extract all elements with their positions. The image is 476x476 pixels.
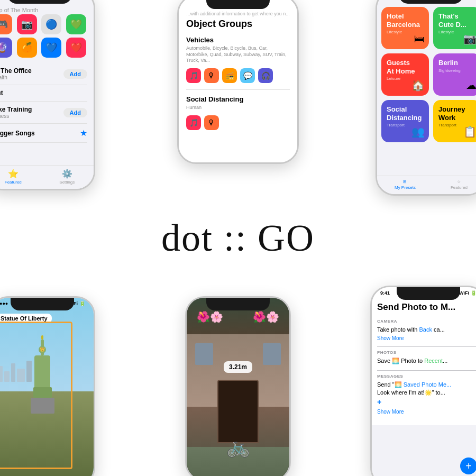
tile-berlin-sub: Sightseeing: [438, 68, 475, 73]
og-section-sd-desc: Human: [186, 105, 290, 111]
og-icon-v1[interactable]: 🎵: [186, 68, 201, 83]
sp-label-camera: CAMERA: [377, 319, 476, 324]
fab-add-button[interactable]: +: [460, 457, 476, 474]
featured-label-tr: Featured: [451, 185, 468, 190]
appstore-header: App of The Month: [0, 7, 87, 13]
phone-notch-tr: [399, 0, 463, 4]
phone-bottom-center: 🌺🌸 🌺🌸 🚲 3.21m: [185, 296, 291, 476]
og-icons-vehicles: 🎵 🎙 📻 💬 🎧: [186, 68, 290, 83]
wifi-br: WiFi: [459, 290, 469, 296]
add-button-1[interactable]: Add: [63, 69, 87, 79]
tile-hotel-barcelona-title: HotelBarcelona: [387, 12, 424, 29]
presets-icon: ⊞: [403, 179, 407, 184]
tab-featured-label: Featured: [5, 180, 22, 185]
sp-action-messages: Send "🌅 Saved Photo Me...Look where I'm …: [377, 381, 476, 407]
tab-settings[interactable]: ⚙️ Settings: [59, 169, 75, 185]
people-icon: 👥: [411, 125, 425, 138]
app-icon-8[interactable]: ❤️: [66, 38, 86, 58]
phone-bottom-left: ●●● WiFi 🔋 👑: [0, 296, 95, 476]
settings-icon: ⚙️: [62, 169, 72, 179]
sp-section-camera: CAMERA Take photo with Back ca... Show M…: [377, 319, 476, 341]
og-icon-sd1[interactable]: 🎵: [186, 115, 201, 130]
tile-journey[interactable]: JourneyWork Transport 📋: [433, 100, 476, 142]
phone-notch-br: [397, 287, 460, 300]
og-section-vehicles-desc: Automobile, Bicycle, Bicycle, Bus, Car, …: [186, 45, 290, 64]
og-section-sd: Social Distancing: [186, 95, 290, 103]
sp-divider-1: [377, 346, 476, 347]
back-link[interactable]: Back: [419, 326, 432, 333]
phone-bottom-right: 9:41 ●●● WiFi 🔋 Send Photo to M... CAMER…: [370, 286, 476, 476]
sp-action-photos: Save 🌅 Photo to Recent...: [377, 357, 476, 365]
og-screen: ...with additional information to get wh…: [179, 0, 297, 144]
tile-hotel-barcelona[interactable]: HotelBarcelona Lifestyle 🛏: [381, 7, 429, 49]
featured-icon: ⭐: [8, 169, 19, 179]
tab-featured-tr[interactable]: ☆ Featured: [451, 179, 468, 190]
phone-notch-bc: [206, 298, 270, 310]
tile-berlin[interactable]: Berlin Sightseeing ☁: [433, 53, 476, 96]
app-icon-1[interactable]: 🎮: [0, 14, 12, 34]
recent-link[interactable]: Recent: [424, 358, 443, 364]
liberty-bbox: [0, 322, 72, 469]
plus-link[interactable]: +: [377, 398, 381, 406]
og-icon-sd2[interactable]: 🎙: [204, 115, 219, 130]
app-row-4: Trigger Songs ★: [0, 124, 87, 143]
fab-plus-icon: +: [465, 460, 472, 472]
shortcut-grid: HotelBarcelona Lifestyle 🛏 That'sCute D.…: [381, 7, 476, 142]
app-icon-5[interactable]: 🔮: [0, 38, 12, 58]
brand-text: dot :: GO: [161, 216, 315, 260]
og-icon-v2[interactable]: 🎙: [204, 68, 219, 83]
saved-photo-link[interactable]: 🌅 Saved Photo Me...: [395, 381, 452, 388]
tile-social-dist[interactable]: SocialDistancing Transport 👥: [381, 100, 429, 142]
sp-title: Send Photo to M...: [377, 302, 476, 313]
app-icon-2[interactable]: 📷: [17, 14, 37, 34]
phone-screen-bc: 🌺🌸 🌺🌸 🚲 3.21m: [187, 298, 289, 476]
tile-guests[interactable]: GuestsAt Home Leisure 🏠: [381, 53, 429, 96]
hotel-icon: 🛏: [414, 33, 425, 45]
phone-screen-bl: ●●● WiFi 🔋 👑: [0, 298, 94, 476]
cloud-icon: ☁: [466, 79, 476, 91]
shortcuts-tabs: ⊞ My Presets ☆ Featured: [377, 176, 476, 190]
tab-settings-label: Settings: [59, 180, 75, 185]
add-button-3[interactable]: Add: [63, 108, 87, 117]
app-icons-grid: 🎮 📷 🔵 💚 🔮 🍊 💙 ❤️: [0, 14, 87, 58]
sp-divider-2: [377, 370, 476, 371]
phone-screen-tl: App of The Month 🎮 📷 🔵 💚 🔮 🍊 💙 ❤️ At The…: [0, 0, 94, 189]
tile-guests-title: GuestsAt Home: [387, 59, 424, 75]
app-cat-1: Health: [0, 75, 63, 80]
tab-featured[interactable]: ⭐ Featured: [5, 169, 22, 185]
sp-show-more-messages[interactable]: Show More: [377, 409, 476, 415]
center-brand: dot :: GO: [161, 216, 315, 260]
flowers-right: 🌺🌸: [253, 310, 279, 323]
tile-social-dist-title: SocialDistancing: [387, 105, 424, 122]
sp-label-photos: PHOTOS: [377, 350, 476, 355]
time-br: 9:41: [380, 290, 390, 296]
phone-top-center: ...with additional information to get wh…: [177, 0, 299, 164]
star-icon: ★: [80, 128, 87, 138]
app-name-1: At The Office: [0, 67, 63, 75]
shortcuts-screen: HotelBarcelona Lifestyle 🛏 That'sCute D.…: [377, 0, 476, 147]
photo-emoji: 🌅: [392, 358, 399, 364]
og-icon-v5[interactable]: 🎧: [258, 68, 273, 83]
og-icons-sd: 🎵 🎙: [186, 115, 290, 130]
app-name-4: Trigger Songs: [0, 130, 80, 137]
app-icon-7[interactable]: 💙: [41, 38, 61, 58]
app-cat-3: Fitness: [0, 113, 63, 119]
measure-screen: 🌺🌸 🌺🌸 🚲 3.21m: [187, 298, 289, 476]
signal-bl: ●●●: [0, 301, 8, 306]
measure-door: [217, 380, 259, 443]
tile-cute-title: That'sCute D...: [438, 12, 475, 29]
og-icon-v4[interactable]: 💬: [240, 68, 255, 83]
tile-cute[interactable]: That'sCute D... Lifestyle 📷: [433, 7, 476, 49]
tab-my-presets[interactable]: ⊞ My Presets: [395, 179, 416, 190]
app-icon-6[interactable]: 🍊: [17, 38, 37, 58]
phone-screen-tc: ...with additional information to get wh…: [179, 0, 297, 162]
app-row-2: Out: [0, 85, 87, 102]
app-icon-4[interactable]: 💚: [66, 14, 86, 34]
phone-screen-br: 9:41 ●●● WiFi 🔋 Send Photo to M... CAMER…: [372, 287, 476, 476]
og-icon-v3[interactable]: 📻: [222, 68, 237, 83]
sp-show-more-camera[interactable]: Show More: [377, 335, 476, 341]
appstore-tabs: ⭐ Featured ⚙️ Settings: [0, 165, 94, 185]
appstore-screen: App of The Month 🎮 📷 🔵 💚 🔮 🍊 💙 ❤️ At The…: [0, 0, 94, 149]
app-icon-3[interactable]: 🔵: [41, 14, 61, 34]
liberty-screen: 👑 Statue Of Liberty: [0, 298, 94, 476]
